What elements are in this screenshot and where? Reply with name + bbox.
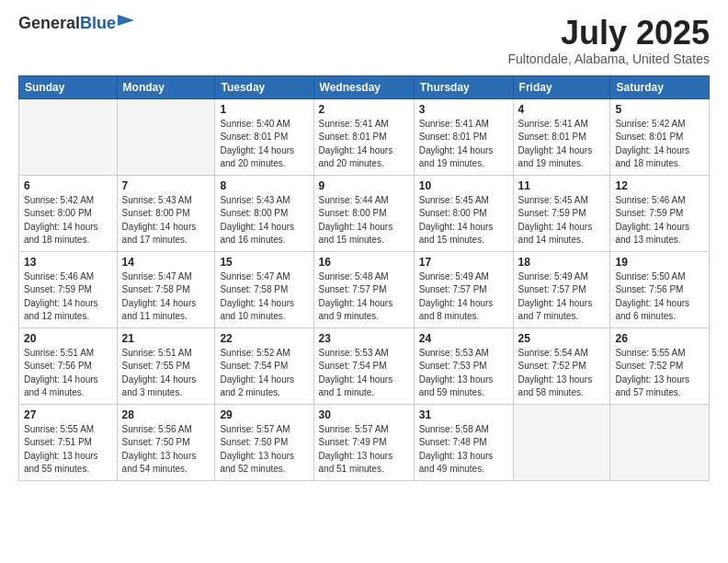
day-detail: Sunrise: 5:40 AMSunset: 8:01 PMDaylight:… [220, 118, 308, 171]
calendar-cell: 11Sunrise: 5:45 AMSunset: 7:59 PMDayligh… [513, 175, 610, 251]
calendar-cell: 26Sunrise: 5:55 AMSunset: 7:52 PMDayligh… [610, 327, 710, 404]
day-number: 25 [518, 332, 606, 345]
calendar-cell: 16Sunrise: 5:48 AMSunset: 7:57 PMDayligh… [313, 251, 414, 327]
calendar-table: SundayMondayTuesdayWednesdayThursdayFrid… [18, 75, 710, 481]
day-detail: Sunrise: 5:43 AMSunset: 8:00 PMDaylight:… [122, 194, 210, 247]
day-detail: Sunrise: 5:55 AMSunset: 7:52 PMDaylight:… [615, 347, 704, 400]
day-number: 24 [419, 332, 508, 345]
day-detail: Sunrise: 5:45 AMSunset: 7:59 PMDaylight:… [518, 194, 606, 247]
day-detail: Sunrise: 5:43 AMSunset: 8:00 PMDaylight:… [220, 194, 308, 247]
calendar-cell: 29Sunrise: 5:57 AMSunset: 7:50 PMDayligh… [215, 404, 313, 480]
calendar-cell: 21Sunrise: 5:51 AMSunset: 7:55 PMDayligh… [117, 327, 215, 404]
logo: GeneralBlue [18, 15, 136, 33]
calendar-cell: 8Sunrise: 5:43 AMSunset: 8:00 PMDaylight… [215, 175, 313, 251]
day-detail: Sunrise: 5:42 AMSunset: 8:00 PMDaylight:… [24, 194, 112, 247]
day-detail: Sunrise: 5:49 AMSunset: 7:57 PMDaylight:… [419, 270, 508, 324]
page: GeneralBlue July 2025 Fultondale, Alabam… [0, 0, 728, 563]
header: GeneralBlue July 2025 Fultondale, Alabam… [18, 15, 710, 66]
day-number: 9 [319, 179, 409, 192]
day-detail: Sunrise: 5:53 AMSunset: 7:54 PMDaylight:… [319, 347, 409, 400]
calendar-cell [117, 98, 215, 175]
month-title: July 2025 [508, 15, 710, 52]
logo-flag-icon [118, 15, 136, 33]
calendar-header-sunday: Sunday [19, 75, 118, 98]
calendar-week-row: 20Sunrise: 5:51 AMSunset: 7:56 PMDayligh… [19, 327, 710, 404]
day-number: 8 [220, 179, 308, 192]
day-number: 1 [220, 103, 308, 116]
title-block: July 2025 Fultondale, Alabama, United St… [508, 15, 710, 66]
calendar-cell: 3Sunrise: 5:41 AMSunset: 8:01 PMDaylight… [414, 98, 513, 175]
calendar-cell: 12Sunrise: 5:46 AMSunset: 7:59 PMDayligh… [610, 175, 710, 251]
day-detail: Sunrise: 5:46 AMSunset: 7:59 PMDaylight:… [615, 194, 704, 247]
logo-blue: Blue [80, 14, 116, 32]
calendar-header-wednesday: Wednesday [313, 75, 414, 98]
calendar-cell: 28Sunrise: 5:56 AMSunset: 7:50 PMDayligh… [117, 404, 215, 480]
day-detail: Sunrise: 5:41 AMSunset: 8:01 PMDaylight:… [319, 118, 409, 171]
day-number: 31 [419, 408, 508, 421]
day-number: 11 [518, 179, 606, 192]
day-detail: Sunrise: 5:52 AMSunset: 7:54 PMDaylight:… [220, 347, 308, 400]
calendar-cell: 22Sunrise: 5:52 AMSunset: 7:54 PMDayligh… [215, 327, 313, 404]
calendar-cell: 9Sunrise: 5:44 AMSunset: 8:00 PMDaylight… [313, 175, 414, 251]
calendar-header-friday: Friday [513, 75, 610, 98]
day-number: 4 [518, 103, 606, 116]
calendar-cell: 31Sunrise: 5:58 AMSunset: 7:48 PMDayligh… [414, 404, 513, 480]
calendar-cell: 19Sunrise: 5:50 AMSunset: 7:56 PMDayligh… [610, 251, 710, 327]
logo-general: General [18, 14, 80, 32]
day-detail: Sunrise: 5:41 AMSunset: 8:01 PMDaylight:… [518, 118, 606, 171]
calendar-cell: 15Sunrise: 5:47 AMSunset: 7:58 PMDayligh… [215, 251, 313, 327]
calendar-cell: 23Sunrise: 5:53 AMSunset: 7:54 PMDayligh… [313, 327, 414, 404]
svg-marker-0 [118, 15, 134, 26]
calendar-cell: 7Sunrise: 5:43 AMSunset: 8:00 PMDaylight… [117, 175, 215, 251]
day-detail: Sunrise: 5:57 AMSunset: 7:50 PMDaylight:… [220, 423, 308, 477]
day-number: 21 [122, 332, 210, 345]
day-number: 5 [615, 103, 704, 116]
day-number: 6 [24, 179, 112, 192]
calendar-cell: 13Sunrise: 5:46 AMSunset: 7:59 PMDayligh… [19, 251, 118, 327]
day-detail: Sunrise: 5:53 AMSunset: 7:53 PMDaylight:… [419, 347, 508, 400]
day-number: 22 [220, 332, 308, 345]
day-detail: Sunrise: 5:50 AMSunset: 7:56 PMDaylight:… [615, 270, 704, 324]
day-number: 7 [122, 179, 210, 192]
calendar-cell: 10Sunrise: 5:45 AMSunset: 8:00 PMDayligh… [414, 175, 513, 251]
calendar-cell: 2Sunrise: 5:41 AMSunset: 8:01 PMDaylight… [313, 98, 414, 175]
day-number: 15 [220, 256, 308, 269]
day-number: 29 [220, 408, 308, 421]
day-number: 2 [319, 103, 409, 116]
day-detail: Sunrise: 5:57 AMSunset: 7:49 PMDaylight:… [319, 423, 409, 477]
calendar-cell: 30Sunrise: 5:57 AMSunset: 7:49 PMDayligh… [313, 404, 414, 480]
calendar-week-row: 1Sunrise: 5:40 AMSunset: 8:01 PMDaylight… [19, 98, 710, 175]
calendar-header-tuesday: Tuesday [215, 75, 313, 98]
day-number: 23 [319, 332, 409, 345]
day-detail: Sunrise: 5:58 AMSunset: 7:48 PMDaylight:… [419, 423, 508, 477]
location: Fultondale, Alabama, United States [508, 52, 710, 66]
day-number: 17 [419, 256, 508, 269]
day-number: 20 [24, 332, 112, 345]
day-number: 13 [24, 256, 112, 269]
calendar-header-saturday: Saturday [610, 75, 710, 98]
day-number: 19 [615, 256, 704, 269]
day-number: 27 [24, 408, 112, 421]
calendar-cell: 14Sunrise: 5:47 AMSunset: 7:58 PMDayligh… [117, 251, 215, 327]
day-detail: Sunrise: 5:44 AMSunset: 8:00 PMDaylight:… [319, 194, 409, 247]
day-detail: Sunrise: 5:56 AMSunset: 7:50 PMDaylight:… [122, 423, 210, 477]
day-detail: Sunrise: 5:55 AMSunset: 7:51 PMDaylight:… [24, 423, 112, 477]
calendar-header-row: SundayMondayTuesdayWednesdayThursdayFrid… [19, 75, 710, 98]
calendar-cell: 5Sunrise: 5:42 AMSunset: 8:01 PMDaylight… [610, 98, 710, 175]
day-detail: Sunrise: 5:46 AMSunset: 7:59 PMDaylight:… [24, 270, 112, 324]
day-detail: Sunrise: 5:47 AMSunset: 7:58 PMDaylight:… [220, 270, 308, 324]
logo-text: GeneralBlue [18, 15, 116, 33]
calendar-header-monday: Monday [117, 75, 215, 98]
calendar-cell [610, 404, 710, 480]
day-detail: Sunrise: 5:42 AMSunset: 8:01 PMDaylight:… [615, 118, 704, 171]
day-detail: Sunrise: 5:54 AMSunset: 7:52 PMDaylight:… [518, 347, 606, 400]
calendar-cell: 18Sunrise: 5:49 AMSunset: 7:57 PMDayligh… [513, 251, 610, 327]
day-number: 26 [615, 332, 704, 345]
calendar-cell: 1Sunrise: 5:40 AMSunset: 8:01 PMDaylight… [215, 98, 313, 175]
day-number: 18 [518, 256, 606, 269]
day-number: 28 [122, 408, 210, 421]
day-detail: Sunrise: 5:41 AMSunset: 8:01 PMDaylight:… [419, 118, 508, 171]
calendar-cell: 25Sunrise: 5:54 AMSunset: 7:52 PMDayligh… [513, 327, 610, 404]
calendar-cell: 27Sunrise: 5:55 AMSunset: 7:51 PMDayligh… [19, 404, 118, 480]
day-detail: Sunrise: 5:47 AMSunset: 7:58 PMDaylight:… [122, 270, 210, 324]
